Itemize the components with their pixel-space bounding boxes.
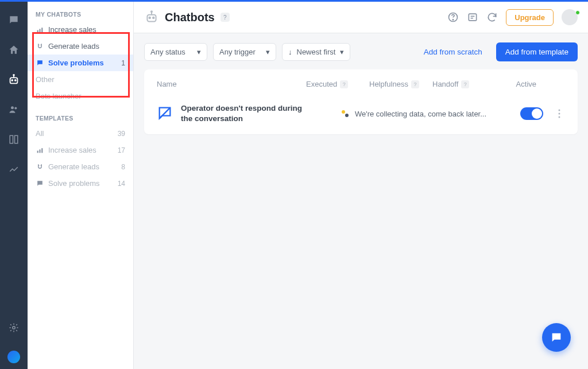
svg-rect-8 (15, 135, 18, 143)
nav-settings-icon[interactable] (7, 321, 21, 335)
active-toggle[interactable] (520, 107, 543, 120)
row-actions-menu[interactable] (554, 108, 565, 119)
col-executed: Executed? (306, 80, 369, 88)
filter-bar: Any status ▾ Any trigger ▾ ↓ Newest firs… (134, 33, 588, 67)
my-chatbots-heading: MY CHATBOTS (36, 6, 125, 21)
svg-point-4 (13, 75, 14, 76)
trigger-dropdown[interactable]: Any trigger ▾ (213, 43, 276, 61)
sort-dropdown-label: Newest first (297, 48, 336, 56)
template-item-all[interactable]: All 39 (36, 125, 125, 142)
help-icon[interactable]: ? (340, 80, 348, 88)
topbar: Chatbots ? Upgrade (134, 2, 588, 33)
svg-rect-14 (39, 149, 40, 153)
sidebar-item-solve-problems[interactable]: Solve problems 1 (28, 55, 133, 71)
svg-point-17 (149, 17, 150, 19)
nav-chatbots-icon[interactable] (7, 73, 21, 87)
svg-rect-15 (41, 148, 42, 153)
help-icon[interactable]: ? (461, 80, 469, 88)
sidebar-item-count: 1 (121, 59, 125, 67)
robot-icon (144, 10, 159, 25)
sidebar-item-count: 14 (118, 180, 125, 188)
refresh-icon[interactable] (486, 11, 498, 23)
sidebar-item-label: Solve problems (48, 179, 100, 188)
table-row[interactable]: Operator doesn't respond during the conv… (144, 96, 578, 134)
avatar[interactable] (562, 9, 578, 25)
page-title: Chatbots (165, 11, 215, 24)
table-header: Name Executed? Helpfulness? Handoff? Act… (144, 69, 578, 96)
sidebar-item-generate-leads[interactable]: Generate leads (36, 38, 125, 55)
nav-analytics-icon[interactable] (7, 162, 21, 176)
template-item-increase-sales[interactable]: Increase sales 17 (36, 142, 125, 158)
sidebar: MY CHATBOTS Increase sales Generate lead… (28, 2, 134, 369)
sidebar-item-label: Bots launcher (36, 92, 82, 100)
nav-home-icon[interactable] (7, 43, 21, 57)
magnet-icon (36, 163, 44, 171)
help-icon[interactable]: ? (411, 80, 419, 88)
upgrade-button[interactable]: Upgrade (506, 9, 554, 26)
svg-point-28 (345, 114, 349, 117)
sidebar-item-label: Generate leads (48, 42, 99, 51)
status-dropdown[interactable]: Any status ▾ (144, 43, 207, 61)
help-circle-icon[interactable] (447, 11, 459, 23)
status-dropdown-label: Any status (150, 48, 185, 56)
chatbots-table: Name Executed? Helpfulness? Handoff? Act… (144, 69, 578, 134)
sidebar-item-label: Increase sales (48, 25, 96, 34)
caret-down-icon: ▾ (340, 48, 344, 56)
svg-point-27 (342, 110, 345, 114)
magnet-icon (36, 42, 44, 51)
sidebar-item-label: Generate leads (48, 162, 99, 171)
svg-rect-10 (37, 30, 38, 33)
nav-visitors-icon[interactable] (7, 103, 21, 116)
template-item-solve-problems[interactable]: Solve problems 14 (36, 175, 125, 192)
svg-point-30 (559, 113, 560, 115)
chat-fab-button[interactable] (542, 323, 571, 352)
news-icon[interactable] (467, 11, 478, 23)
trigger-dropdown-label: Any trigger (219, 48, 256, 56)
sort-arrow-icon: ↓ (288, 48, 292, 56)
chat-icon (36, 180, 44, 188)
col-helpfulness: Helpfulness? (369, 80, 432, 88)
svg-rect-13 (37, 151, 38, 153)
status-dot-icon (575, 10, 580, 15)
sidebar-item-label: Other (36, 75, 55, 84)
svg-rect-11 (39, 29, 40, 32)
sidebar-item-bots-launcher[interactable]: Bots launcher (36, 88, 125, 104)
brand-logo-icon (7, 351, 20, 363)
svg-point-5 (11, 106, 14, 109)
sidebar-item-count: 39 (118, 130, 125, 138)
help-icon[interactable]: ? (220, 13, 230, 22)
sidebar-item-label: Increase sales (48, 146, 96, 154)
add-from-template-button[interactable]: Add from template (496, 42, 578, 61)
nav-chat-icon[interactable] (7, 13, 21, 27)
sidebar-item-other[interactable]: Other (36, 71, 125, 88)
sidebar-item-count: 8 (121, 163, 125, 171)
caret-down-icon: ▾ (266, 48, 270, 56)
sort-dropdown[interactable]: ↓ Newest first ▾ (282, 43, 350, 61)
growth-icon (36, 146, 44, 154)
nav-apps-icon[interactable] (7, 133, 21, 146)
sidebar-item-count: 17 (118, 146, 125, 154)
svg-point-18 (153, 17, 154, 19)
sidebar-item-label: Solve problems (48, 59, 104, 67)
svg-point-22 (453, 20, 454, 20)
chat-icon (36, 59, 44, 67)
svg-point-6 (14, 107, 17, 109)
caret-down-icon: ▾ (197, 48, 201, 56)
svg-rect-12 (41, 28, 42, 32)
collecting-message: We're collecting data, come back later..… (355, 110, 486, 118)
col-name: Name (157, 80, 306, 88)
svg-point-9 (13, 327, 16, 329)
svg-point-2 (15, 80, 16, 81)
templates-heading: TEMPLATES (36, 110, 125, 125)
col-handoff: Handoff? (432, 80, 496, 88)
svg-point-20 (151, 11, 152, 12)
svg-point-31 (559, 116, 560, 118)
svg-point-29 (559, 110, 560, 111)
svg-line-26 (160, 108, 171, 119)
svg-rect-7 (10, 135, 13, 143)
sidebar-item-increase-sales[interactable]: Increase sales (36, 21, 125, 38)
row-name: Operator doesn't respond during the conv… (181, 103, 306, 124)
svg-rect-23 (469, 14, 477, 21)
template-item-generate-leads[interactable]: Generate leads 8 (36, 158, 125, 175)
add-from-scratch-button[interactable]: Add from scratch (416, 43, 490, 61)
